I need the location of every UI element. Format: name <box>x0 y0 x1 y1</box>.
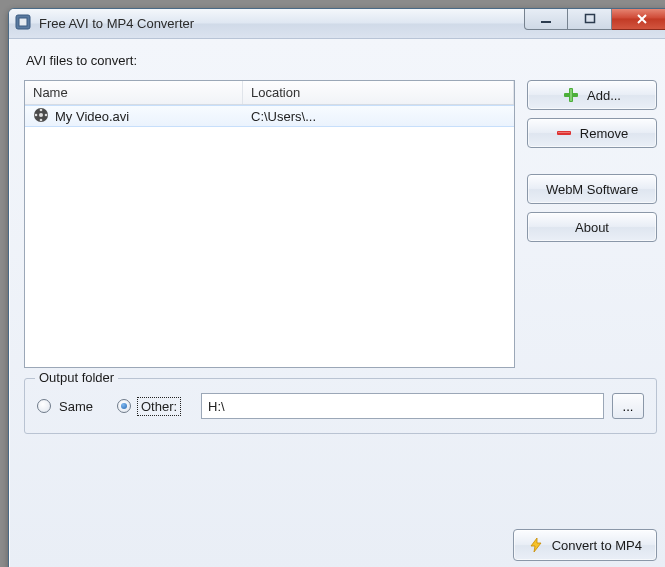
column-name[interactable]: Name <box>25 81 243 104</box>
table-row[interactable]: My Video.avi C:\Users\... <box>25 105 514 127</box>
output-path-input[interactable] <box>201 393 604 419</box>
remove-button[interactable]: Remove <box>527 118 657 148</box>
close-icon <box>635 13 649 25</box>
svg-rect-3 <box>541 21 551 23</box>
video-file-icon <box>33 107 49 126</box>
window-controls <box>524 9 665 38</box>
svg-rect-15 <box>558 132 570 133</box>
footer: Convert to MP4 <box>24 529 657 561</box>
convert-button-label: Convert to MP4 <box>552 538 642 553</box>
file-name-text: My Video.avi <box>55 109 129 124</box>
svg-rect-4 <box>585 14 594 22</box>
close-button[interactable] <box>612 8 665 30</box>
client-area: AVI files to convert: Name Location <box>9 39 665 567</box>
webm-software-button[interactable]: WebM Software <box>527 174 657 204</box>
file-name-cell: My Video.avi <box>25 107 243 126</box>
svg-point-8 <box>40 118 43 121</box>
maximize-icon <box>584 13 596 25</box>
lightning-icon <box>528 537 544 553</box>
spacer <box>527 156 657 166</box>
radio-other-label[interactable]: Other: <box>139 399 179 414</box>
webm-software-label: WebM Software <box>546 182 638 197</box>
browse-button[interactable]: ... <box>612 393 644 419</box>
plus-icon <box>563 87 579 103</box>
radio-same-label[interactable]: Same <box>59 399 93 414</box>
svg-point-6 <box>39 113 43 117</box>
side-buttons: Add... Remove WebM Software About <box>527 80 657 368</box>
minimize-icon <box>540 13 552 25</box>
output-folder-group: Output folder Same Other: ... <box>24 378 657 434</box>
file-list[interactable]: Name Location <box>24 80 515 368</box>
svg-rect-1 <box>19 18 27 26</box>
app-window: Free AVI to MP4 Converter AVI files to c… <box>8 8 665 567</box>
add-button[interactable]: Add... <box>527 80 657 110</box>
column-location[interactable]: Location <box>243 81 514 104</box>
svg-point-9 <box>35 113 38 116</box>
maximize-button[interactable] <box>568 8 612 30</box>
svg-point-7 <box>40 108 43 111</box>
titlebar: Free AVI to MP4 Converter <box>9 9 665 39</box>
window-title: Free AVI to MP4 Converter <box>39 16 518 31</box>
about-button-label: About <box>575 220 609 235</box>
svg-rect-13 <box>570 89 572 101</box>
file-location-cell: C:\Users\... <box>243 109 514 124</box>
radio-same[interactable] <box>37 399 51 413</box>
file-location-text: C:\Users\... <box>251 109 316 124</box>
minimize-button[interactable] <box>524 8 568 30</box>
radio-other[interactable] <box>117 399 131 413</box>
remove-button-label: Remove <box>580 126 628 141</box>
add-button-label: Add... <box>587 88 621 103</box>
app-icon <box>15 14 31 33</box>
output-folder-row: Same Other: ... <box>37 393 644 419</box>
convert-button[interactable]: Convert to MP4 <box>513 529 657 561</box>
minus-icon <box>556 125 572 141</box>
about-button[interactable]: About <box>527 212 657 242</box>
file-list-header: Name Location <box>25 81 514 105</box>
file-list-body[interactable]: My Video.avi C:\Users\... <box>25 105 514 367</box>
svg-point-10 <box>45 113 48 116</box>
files-area: Name Location <box>24 80 657 368</box>
files-section-label: AVI files to convert: <box>24 49 657 70</box>
output-folder-legend: Output folder <box>35 370 118 385</box>
browse-button-label: ... <box>623 399 634 414</box>
